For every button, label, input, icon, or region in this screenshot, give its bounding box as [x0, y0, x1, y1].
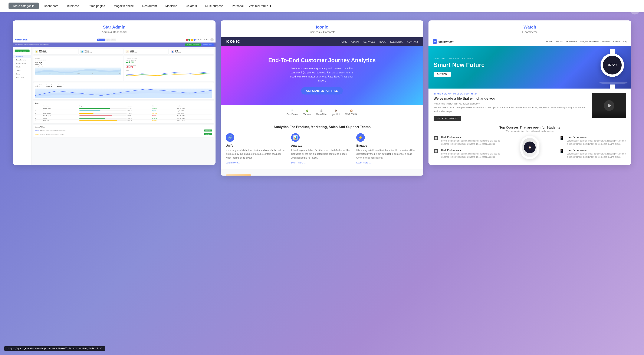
iconic-nav: ICONIC HOME ABOUT SERVICES BLOG ELEMENTS…	[221, 37, 423, 46]
iconic-hero-cta[interactable]: GET STARTED FOR FREE	[301, 87, 343, 94]
watch-nav-video[interactable]: VIDEO	[613, 40, 620, 43]
nav-dashboard[interactable]: Dashboard	[40, 2, 62, 9]
play-triangle	[608, 103, 611, 108]
ap-sidebar-dashboard[interactable]: Dashboard	[13, 55, 31, 58]
ap-employees-icon: 👤	[171, 50, 174, 53]
ap-new-project-btn[interactable]: + New Project	[15, 49, 30, 52]
iconic-engage-link[interactable]: Learn more ...	[356, 161, 418, 164]
watch-nav-about[interactable]: ABOUT	[556, 40, 563, 43]
navbar: Toate categoriile Dashboard Business Pri…	[0, 0, 644, 12]
nav-magazin-online[interactable]: Magazin online	[110, 2, 137, 9]
card-iconic-header: Iconic Business & Corporate	[221, 20, 423, 37]
watch-courses-title: Top Courses That are open for Students	[434, 126, 626, 129]
ap-tab-exam: Exam	[110, 39, 116, 41]
ap-vis-active-val: #8573	[57, 85, 65, 88]
ap-weekly-val: 5693	[130, 50, 137, 52]
ap-weather-temp: 21°C	[35, 61, 121, 65]
card-iconic-title: Iconic	[226, 25, 418, 29]
ap-tab-schedule: Schedule	[97, 39, 105, 41]
iconic-unify-title: Unify	[226, 144, 288, 147]
ap-avatar	[210, 38, 214, 41]
ap-sidebar-tables[interactable]: Tables	[13, 69, 31, 72]
list-item: 🔲 High Performance Lorem ipsum dolor sit…	[434, 136, 500, 146]
list-item: 🔲 High Performance Lorem ipsum dolor sit…	[434, 149, 500, 159]
image-overlay	[592, 110, 626, 118]
iconic-nav-about[interactable]: ABOUT	[351, 40, 359, 43]
watch-nav-features[interactable]: FEATURES	[566, 40, 577, 43]
ap-sidebar-form[interactable]: Form elements	[13, 62, 31, 65]
course-icon-4: 📱	[559, 149, 565, 155]
nav-business[interactable]: Business	[64, 2, 82, 9]
nav-calatorii[interactable]: Călatorii	[182, 2, 200, 9]
ap-sidebar-charts[interactable]: Charts	[13, 65, 31, 69]
ap-sidebar-icons[interactable]: Icons	[13, 72, 31, 76]
nav-multipurpose[interactable]: Multi-purpose	[202, 2, 227, 9]
ap-sales-val: 3455	[84, 50, 92, 52]
iconic-hero-title: End-To-End Customer Journey Analytics	[226, 57, 418, 64]
ap-employees-val: 246	[175, 50, 181, 52]
watch-hero-title: Smart New Future	[434, 61, 598, 68]
watch-logo-icon: M	[433, 39, 437, 44]
iconic-engage-title: Engage	[356, 144, 418, 147]
ap-actions: Hello, Richard's Wales	[186, 38, 214, 41]
watch-brand-tagline: BRAND NEW APP TO BLOW YOUR MIND	[434, 93, 589, 95]
ap-stats: 💰 $65,650 Total Revenue 📊 3455	[34, 48, 214, 54]
watch-nav-unique[interactable]: UNIQUE FEATURE	[580, 40, 599, 43]
iconic-nav-contact[interactable]: CONTACT	[407, 40, 418, 43]
main-content: Star Admin Admin & Dashboard ★ starAdmin…	[0, 12, 644, 184]
watch-section-title: We've made a life that will change you	[434, 96, 589, 101]
watch-preview-content: M SmartWatch HOME ABOUT FEATURES UNIQUE …	[428, 37, 631, 165]
card-star-admin-preview: ★ starAdmin Schedule App Exam Hel	[13, 37, 216, 165]
iconic-logo-oak: 🦷 Oak Dental	[286, 109, 298, 116]
chevron-down-icon: ▼	[269, 4, 272, 8]
card-star-admin-title: Star Admin	[18, 25, 210, 29]
course-icon-2: 📱	[559, 136, 565, 142]
card-watch[interactable]: Watch E-commerce M SmartWatch HOME ABOUT…	[428, 20, 631, 165]
ap-logo: ★ starAdmin	[15, 38, 28, 41]
nav-restaurant[interactable]: Restaurant	[139, 2, 160, 9]
ap-ticket-row-2: Marco URGENT Quidam temporis culpa for s…	[35, 132, 212, 136]
watch-get-started-btn[interactable]: GET STARTED NOW	[434, 116, 461, 121]
watch-hero-subtitle: NOW YOU CAN FEEL THE NEXT	[434, 57, 598, 60]
nav-prima-pagina[interactable]: Prima pagină	[84, 2, 108, 9]
ap-manage-btn-2[interactable]: manage →	[204, 133, 212, 135]
nav-personal[interactable]: Personal	[228, 2, 247, 9]
watch-nav-faq[interactable]: FAQ	[623, 40, 627, 43]
iconic-nav-blog[interactable]: BLOG	[380, 40, 386, 43]
card-iconic[interactable]: Iconic Business & Corporate ICONIC HOME …	[221, 20, 423, 176]
ap-employees-lbl: Employees	[175, 52, 181, 53]
watch-section-text: BRAND NEW APP TO BLOW YOUR MIND We've ma…	[434, 93, 589, 121]
ap-weekly-icon: 📈	[126, 50, 129, 53]
card-iconic-subtitle: Business & Corporate	[226, 30, 418, 34]
watch-logo-area: M SmartWatch	[433, 39, 454, 44]
iconic-feature-analyze: 📊 Analyze It is a long established fact …	[291, 133, 353, 164]
watch-nav-home[interactable]: HOME	[546, 40, 553, 43]
watch-hero-cta[interactable]: BUY NOW	[434, 72, 451, 77]
iconic-nav-services[interactable]: SERVICES	[363, 40, 375, 43]
card-star-admin[interactable]: Star Admin Admin & Dashboard ★ starAdmin…	[13, 20, 216, 165]
iconic-unify-link[interactable]: Learn more ...	[226, 161, 288, 164]
play-button-icon[interactable]	[604, 100, 614, 111]
ap-weather-chart: SunMonTueWedThuFriSat	[35, 67, 121, 74]
ap-welcome-bar: Like what you see? Check out our premium…	[13, 42, 216, 47]
ap-sales-chart: Sales	[126, 70, 212, 79]
ap-perf: Performance History The best performance…	[124, 56, 214, 81]
status-circle	[630, 4, 640, 14]
watch-hero-image: 07:29	[598, 53, 626, 81]
iconic-nav-home[interactable]: HOME	[340, 40, 347, 43]
iconic-analyze-title: Analyze	[291, 144, 353, 147]
ap-manage-btn[interactable]: manage →	[204, 129, 212, 131]
watch-device: 07:29	[600, 53, 624, 77]
nav-medicina[interactable]: Medicină	[162, 2, 180, 9]
iconic-analyze-link[interactable]: Learn more ...	[291, 161, 353, 164]
watch-courses-section: Top Courses That are open for Students W…	[428, 126, 631, 163]
nav-more[interactable]: Vezi mai multe ▼	[249, 4, 272, 8]
watch-nav-review[interactable]: REVIEW	[602, 40, 610, 43]
watch-inner: ⌚	[522, 138, 537, 157]
ap-sidebar-basic[interactable]: Basic Elements	[13, 58, 31, 62]
ap-sidebar-pages[interactable]: User Pages	[13, 76, 31, 79]
nav-all-categories[interactable]: Toate categoriile	[8, 2, 39, 9]
iconic-nav-elements[interactable]: ELEMENTS	[390, 40, 403, 43]
ap-btn-upgrade[interactable]: Upgrade To Pro	[202, 43, 214, 46]
ap-btn-download[interactable]: Download free version	[185, 43, 201, 46]
